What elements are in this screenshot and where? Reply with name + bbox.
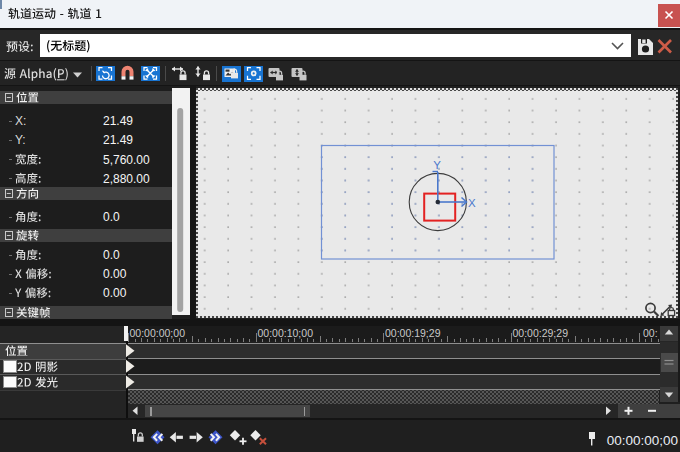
svg-text:00:00:00;00: 00:00:00;00 bbox=[130, 327, 186, 339]
svg-text:00:00:19;29: 00:00:19;29 bbox=[385, 327, 441, 339]
svg-text:Y: Y bbox=[433, 159, 441, 171]
svg-text:2,880.00: 2,880.00 bbox=[103, 172, 150, 186]
svg-text:21.49: 21.49 bbox=[103, 133, 133, 147]
svg-text:0.0: 0.0 bbox=[103, 248, 120, 262]
svg-text:0.0: 0.0 bbox=[103, 210, 120, 224]
svg-text:Y:: Y: bbox=[15, 133, 26, 147]
svg-text:0.00: 0.00 bbox=[103, 286, 127, 300]
svg-text:X: X bbox=[468, 197, 476, 209]
svg-text:00:00:10;00: 00:00:10;00 bbox=[258, 327, 314, 339]
svg-text:21.49: 21.49 bbox=[103, 114, 133, 128]
svg-text:00:00:00;00: 00:00:00;00 bbox=[607, 433, 678, 448]
svg-text:00:: 00: bbox=[643, 327, 658, 339]
svg-text:0.00: 0.00 bbox=[103, 267, 127, 281]
svg-text:X:: X: bbox=[15, 114, 26, 128]
svg-text:00:00:29;29: 00:00:29;29 bbox=[513, 327, 569, 339]
svg-text:5,760.00: 5,760.00 bbox=[103, 153, 150, 167]
